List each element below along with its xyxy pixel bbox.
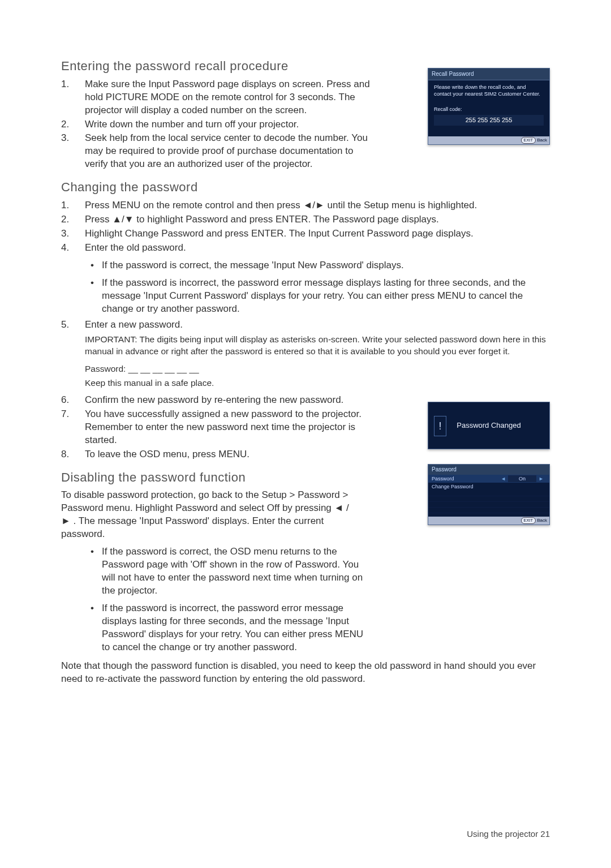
bullet-text: If the password is incorrect, the passwo… <box>102 277 550 316</box>
step-number: 3. <box>61 227 85 240</box>
warning-icon: ! <box>434 416 446 436</box>
recall-code-value: 255 255 255 255 <box>434 115 544 126</box>
step-text: Enter the old password. <box>85 242 550 255</box>
password-write-line: Password: __ __ __ __ __ __ <box>85 363 550 375</box>
row-label: Password <box>432 475 498 482</box>
disable-intro: To disable password protection, go back … <box>61 489 361 541</box>
exit-button-label: EXIT <box>521 517 536 524</box>
left-arrow-icon: ◄ <box>498 475 508 482</box>
bullet-text: If the password is correct, the message … <box>102 259 550 272</box>
back-label: Back <box>537 137 547 143</box>
recall-code-label: Recall code: <box>434 106 544 113</box>
step-number: 1. <box>61 199 85 212</box>
step-number: 7. <box>61 408 85 421</box>
step-text: Enter a new password. <box>85 319 550 332</box>
list-item: 2. Press ▲/▼ to highlight Password and p… <box>61 213 550 226</box>
bullet-text: If the password is incorrect, the passwo… <box>102 602 368 654</box>
list-item: 5. Enter a new password. <box>61 319 550 332</box>
step-number: 6. <box>61 394 85 407</box>
osd-title: Recall Password <box>428 68 549 80</box>
blank-row <box>428 491 549 496</box>
important-text: IMPORTANT: The digits being input will d… <box>85 334 550 358</box>
important-note-block: IMPORTANT: The digits being input will d… <box>61 334 550 389</box>
page-footer: Using the projector 21 <box>467 828 550 840</box>
bullet-text: If the password is correct, the OSD menu… <box>102 545 368 598</box>
step-text: Highlight Change Password and press ENTE… <box>85 227 550 240</box>
blank-row <box>428 496 549 502</box>
osd-title: Password <box>428 465 549 475</box>
step-text: Seek help from the local service center … <box>85 132 373 171</box>
row-value: On <box>508 475 536 482</box>
step-text: Make sure the Input Password page displa… <box>85 78 373 117</box>
step-number: 3. <box>61 132 85 145</box>
step-text: Press ▲/▼ to highlight Password and pres… <box>85 213 550 226</box>
exit-button-label: EXIT <box>521 137 536 144</box>
osd-footer: EXITBack <box>428 136 549 144</box>
osd-footer: EXITBack <box>428 517 549 525</box>
keep-safe-text: Keep this manual in a safe place. <box>85 377 550 389</box>
step-number: 5. <box>61 319 85 332</box>
disable-bullets: •If the password is correct, the OSD men… <box>61 545 550 654</box>
right-arrow-icon: ► <box>536 475 546 482</box>
disable-note: Note that though the password function i… <box>61 660 550 686</box>
list-item: 1. Press MENU on the remote control and … <box>61 199 550 212</box>
blank-row <box>428 508 549 513</box>
bullet-icon: • <box>85 277 102 290</box>
step-text: To leave the OSD menu, press MENU. <box>85 448 550 461</box>
list-item: 8. To leave the OSD menu, press MENU. <box>61 448 550 461</box>
menu-row-change-password: Change Password <box>428 483 549 491</box>
bullet-icon: • <box>85 602 102 615</box>
row-label: Change Password <box>432 483 546 490</box>
list-item: 4. Enter the old password. <box>61 242 550 255</box>
bullet-icon: • <box>85 545 102 558</box>
bullet-icon: • <box>85 259 102 272</box>
osd-message: Password Changed <box>457 420 520 431</box>
back-label: Back <box>537 518 547 523</box>
changing-steps-list: 1. Press MENU on the remote control and … <box>61 199 550 255</box>
list-item: •If the password is incorrect, the passw… <box>85 277 550 316</box>
step-number: 8. <box>61 448 85 461</box>
step-number: 2. <box>61 213 85 226</box>
list-item: •If the password is correct, the OSD men… <box>85 545 550 598</box>
osd-password-menu: Password Password ◄ On ► Change Password… <box>428 464 550 525</box>
list-item: •If the password is incorrect, the passw… <box>85 602 550 654</box>
heading-changing-password: Changing the password <box>61 179 550 196</box>
step-text: You have successfully assigned a new pas… <box>85 408 373 447</box>
step-text: Write down the number and turn off your … <box>85 118 373 131</box>
step-number: 4. <box>61 242 85 255</box>
step-number: 1. <box>61 78 85 91</box>
menu-row-password: Password ◄ On ► <box>428 475 549 483</box>
sub-bullets-step4: •If the password is correct, the message… <box>61 259 550 316</box>
step5-list: 5. Enter a new password. <box>61 319 550 332</box>
osd-recall-password: Recall Password Please write down the re… <box>428 68 550 145</box>
step-number: 2. <box>61 118 85 131</box>
list-item: •If the password is correct, the message… <box>85 259 550 272</box>
step-text: Press MENU on the remote control and the… <box>85 199 550 212</box>
list-item: 3. Highlight Change Password and press E… <box>61 227 550 240</box>
blank-row <box>428 502 549 508</box>
osd-password-changed: ! Password Changed <box>428 402 550 449</box>
osd-body-text: Please write down the recall code, and c… <box>434 84 544 98</box>
